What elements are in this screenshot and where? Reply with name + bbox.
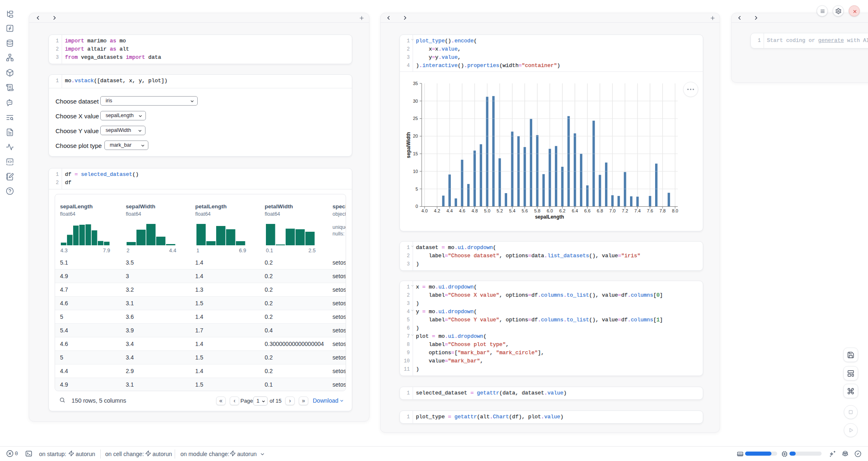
svg-text:25: 25 xyxy=(413,116,418,121)
svg-text:7.0: 7.0 xyxy=(609,208,616,213)
svg-text:5: 5 xyxy=(416,187,418,191)
svg-text:6.0: 6.0 xyxy=(547,208,553,213)
svg-text:sepalWidth: sepalWidth xyxy=(406,132,411,158)
svg-text:6.6: 6.6 xyxy=(584,208,591,213)
svg-text:30: 30 xyxy=(413,99,418,104)
svg-text:6.4: 6.4 xyxy=(572,208,578,213)
svg-text:8.0: 8.0 xyxy=(672,208,678,213)
svg-text:5.8: 5.8 xyxy=(534,208,540,213)
svg-text:6.2: 6.2 xyxy=(559,208,566,213)
svg-text:5.4: 5.4 xyxy=(509,208,515,213)
svg-text:0: 0 xyxy=(416,204,418,209)
svg-text:4.6: 4.6 xyxy=(459,208,465,213)
svg-text:7.8: 7.8 xyxy=(659,208,665,213)
svg-text:4.0: 4.0 xyxy=(421,208,427,213)
svg-text:7.4: 7.4 xyxy=(635,208,641,213)
svg-text:10: 10 xyxy=(413,169,418,174)
svg-text:6.8: 6.8 xyxy=(597,208,603,213)
svg-text:7.6: 7.6 xyxy=(647,208,653,213)
svg-text:5.0: 5.0 xyxy=(484,208,490,213)
svg-text:5.6: 5.6 xyxy=(522,208,528,213)
svg-text:35: 35 xyxy=(413,81,418,86)
svg-text:4.8: 4.8 xyxy=(471,208,478,213)
svg-text:5.2: 5.2 xyxy=(496,208,503,213)
svg-text:4.4: 4.4 xyxy=(446,208,452,213)
svg-text:7.2: 7.2 xyxy=(622,208,628,213)
svg-text:15: 15 xyxy=(413,151,418,156)
svg-text:4.2: 4.2 xyxy=(434,208,440,213)
svg-text:20: 20 xyxy=(413,134,418,138)
svg-text:sepalLength: sepalLength xyxy=(535,214,564,220)
